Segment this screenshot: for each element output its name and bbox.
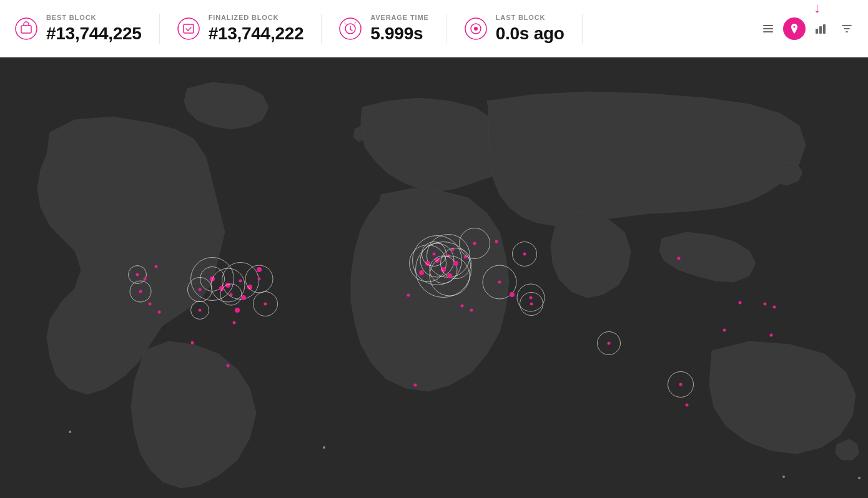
svg-rect-10	[763, 28, 773, 29]
average-time-icon	[339, 17, 362, 40]
finalized-block-stat: FINALIZED BLOCK #13,744,222	[160, 14, 322, 44]
world-map-container[interactable]	[0, 57, 868, 498]
svg-rect-9	[763, 25, 773, 26]
last-block-value: 0.0s ago	[496, 24, 565, 44]
best-block-content: BEST BLOCK #13,744,225	[46, 14, 142, 44]
svg-rect-13	[819, 26, 822, 34]
finalized-block-content: FINALIZED BLOCK #13,744,222	[209, 14, 304, 44]
view-toggle: ↓	[757, 17, 858, 40]
finalized-block-label: FINALIZED BLOCK	[209, 14, 304, 21]
finalized-block-value: #13,744,222	[209, 24, 304, 44]
svg-point-8	[474, 27, 478, 31]
best-block-stat: BEST BLOCK #13,744,225	[10, 14, 160, 44]
svg-rect-11	[763, 31, 773, 32]
last-block-label: LAST BLOCK	[496, 14, 565, 21]
svg-rect-14	[823, 24, 826, 34]
last-block-icon	[465, 17, 487, 40]
last-block-content: LAST BLOCK 0.0s ago	[496, 14, 565, 44]
best-block-label: BEST BLOCK	[46, 14, 142, 21]
svg-rect-12	[816, 29, 818, 34]
map-view-button[interactable]	[783, 17, 806, 40]
average-time-label: AVERAGE TIME	[370, 14, 428, 21]
chart-view-button[interactable]	[809, 17, 832, 40]
average-time-content: AVERAGE TIME 5.999s	[370, 14, 428, 44]
svg-rect-1	[21, 26, 31, 33]
best-block-icon	[15, 17, 37, 40]
svg-point-2	[178, 18, 199, 39]
header: BEST BLOCK #13,744,225 FINALIZED BLOCK #…	[0, 0, 868, 57]
svg-rect-3	[184, 24, 194, 33]
average-time-value: 5.999s	[370, 24, 428, 44]
average-time-stat: AVERAGE TIME 5.999s	[322, 14, 446, 44]
active-indicator-arrow: ↓	[814, 0, 821, 16]
filter-view-button[interactable]	[836, 17, 858, 40]
svg-point-0	[16, 18, 37, 39]
list-view-button[interactable]	[757, 17, 779, 40]
last-block-stat: LAST BLOCK 0.0s ago	[447, 14, 583, 44]
finalized-block-icon	[177, 17, 200, 40]
best-block-value: #13,744,225	[46, 24, 142, 44]
